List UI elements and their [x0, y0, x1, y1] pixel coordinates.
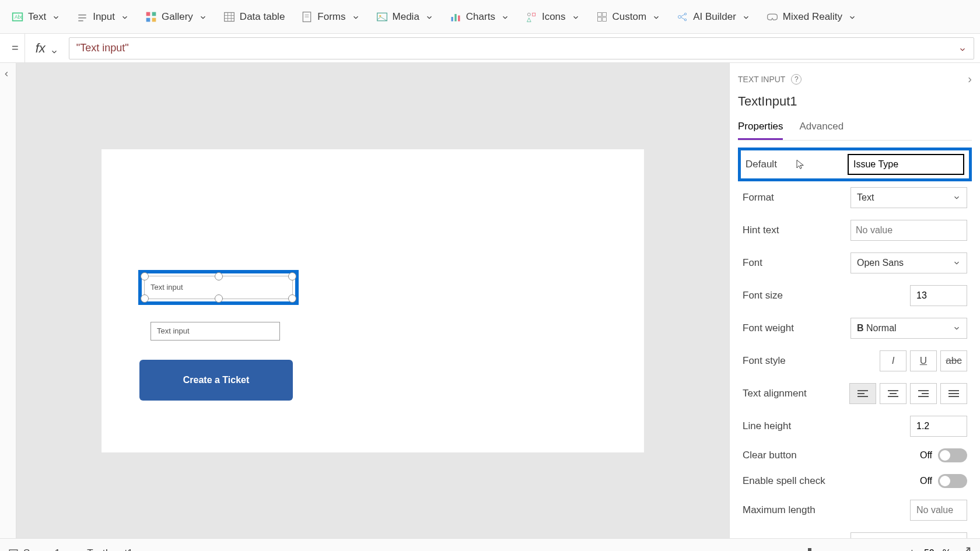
prop-spellcheck: Enable spell check Off	[738, 468, 972, 494]
textinput1-inner[interactable]: Text input	[144, 276, 293, 299]
fontstyle-group: I U abc	[880, 350, 967, 371]
toolbar-custom[interactable]: Custom	[590, 8, 667, 26]
prop-hint-label: Hint text	[743, 224, 779, 236]
prop-fontstyle: Font style I U abc	[738, 345, 972, 377]
align-right-button[interactable]	[910, 383, 937, 404]
svg-point-30	[684, 13, 686, 15]
collapse-panel-icon[interactable]: ›	[968, 72, 972, 86]
fullscreen-icon[interactable]	[959, 546, 972, 552]
prop-mode-value: Single line	[857, 538, 900, 538]
svg-rect-23	[533, 13, 536, 16]
svg-point-29	[678, 15, 681, 18]
prop-fontweight-label: Font weight	[743, 322, 794, 334]
svg-rect-19	[451, 17, 453, 22]
prop-fontsize: Font size	[738, 279, 972, 312]
help-icon[interactable]: ?	[791, 74, 802, 85]
prop-format-select[interactable]: Text	[850, 187, 967, 208]
resize-handle[interactable]	[141, 294, 149, 303]
textinput2-text: Text input	[157, 327, 190, 335]
prop-maxlen-input[interactable]	[910, 500, 967, 521]
toolbar-media[interactable]: Media	[370, 8, 439, 26]
toolbar-charts[interactable]: Charts	[444, 8, 515, 26]
prop-maxlen: Maximum length	[738, 494, 972, 527]
toolbar-forms[interactable]: Forms	[295, 8, 365, 26]
create-ticket-label: Create a Ticket	[183, 375, 250, 385]
toolbar-aibuilder-label: AI Builder	[693, 11, 736, 23]
prop-format: Format Text	[738, 181, 972, 214]
chevron-down-icon	[848, 13, 856, 21]
create-ticket-button[interactable]: Create a Ticket	[139, 360, 293, 401]
breadcrumb-screen[interactable]: Screen1	[8, 548, 60, 552]
prop-clearbutton-label: Clear button	[743, 450, 797, 461]
left-panel-collapsed[interactable]	[0, 63, 16, 538]
zoom-controls: − + 50 %	[756, 546, 972, 552]
breadcrumb-control[interactable]: TextInput1	[72, 548, 132, 552]
prop-lineheight-input[interactable]	[910, 416, 967, 437]
textinput-icon	[72, 548, 82, 552]
toolbar-aibuilder[interactable]: AI Builder	[671, 8, 756, 26]
insert-toolbar: Abc Text Input Gallery Data table Forms …	[0, 0, 980, 34]
textinput2[interactable]: Text input	[150, 322, 280, 341]
prop-default-highlighted: Default	[738, 148, 972, 181]
svg-rect-9	[225, 12, 235, 21]
canvas-area[interactable]: Text input Text input Create a Ticket	[16, 63, 729, 538]
gallery-icon	[145, 11, 157, 23]
prop-font-select[interactable]: Open Sans	[850, 252, 967, 273]
strike-button[interactable]: abc	[940, 350, 967, 371]
toolbar-media-label: Media	[393, 11, 419, 23]
resize-handle[interactable]	[288, 294, 296, 303]
toolbar-charts-label: Charts	[466, 11, 495, 23]
toolbar-mixedreality[interactable]: Mixed Reality	[761, 8, 862, 26]
spellcheck-toggle[interactable]	[938, 474, 967, 488]
clearbutton-toggle[interactable]	[938, 448, 967, 462]
tab-properties[interactable]: Properties	[738, 121, 783, 140]
tab-advanced[interactable]: Advanced	[799, 121, 844, 140]
prop-lineheight: Line height	[738, 410, 972, 443]
fx-label[interactable]: fx	[31, 41, 63, 56]
formula-bar: = fx "Text input"	[0, 34, 980, 63]
status-bar: Screen1 TextInput1 − + 50 %	[0, 538, 980, 551]
prop-default-input[interactable]	[848, 154, 964, 175]
zoom-in-button[interactable]: +	[908, 546, 916, 552]
italic-button[interactable]: I	[880, 350, 907, 371]
resize-handle[interactable]	[215, 294, 223, 303]
prop-fontweight-select[interactable]: B Normal	[850, 318, 967, 339]
custom-icon	[596, 11, 608, 23]
svg-rect-25	[597, 12, 601, 16]
resize-handle[interactable]	[288, 272, 296, 280]
prop-textalign-label: Text alignment	[743, 388, 807, 399]
prop-hint-input[interactable]	[850, 220, 967, 241]
toolbar-datatable-label: Data table	[240, 11, 285, 23]
toolbar-input[interactable]: Input	[71, 8, 135, 26]
prop-mode-select[interactable]: Single line	[850, 532, 967, 538]
toolbar-datatable[interactable]: Data table	[218, 8, 291, 26]
prop-maxlen-label: Maximum length	[743, 504, 816, 516]
app-canvas[interactable]: Text input Text input Create a Ticket	[102, 149, 644, 452]
toolbar-icons[interactable]: Icons	[520, 8, 586, 26]
panel-tabs: Properties Advanced	[738, 121, 972, 141]
chevron-down-icon	[652, 13, 660, 21]
zoom-out-button[interactable]: −	[756, 546, 764, 552]
svg-rect-20	[454, 14, 456, 22]
toolbar-gallery[interactable]: Gallery	[139, 8, 213, 26]
textalign-group	[849, 383, 967, 404]
align-left-button[interactable]	[849, 383, 876, 404]
panel-header: TEXT INPUT ? ›	[738, 72, 972, 86]
align-justify-button[interactable]	[940, 383, 967, 404]
align-center-button[interactable]	[880, 383, 907, 404]
chevron-down-icon	[742, 13, 750, 21]
toolbar-text[interactable]: Abc Text	[6, 8, 66, 26]
zoom-thumb[interactable]	[808, 548, 811, 552]
prop-format-label: Format	[743, 192, 774, 203]
resize-handle[interactable]	[215, 272, 223, 280]
formula-input[interactable]: "Text input"	[69, 37, 974, 59]
resize-handle[interactable]	[141, 272, 149, 280]
prop-fontsize-input[interactable]	[910, 285, 967, 306]
underline-button[interactable]: U	[910, 350, 937, 371]
selected-textinput1[interactable]: Text input	[138, 270, 299, 305]
svg-rect-8	[152, 17, 156, 22]
chevron-down-icon	[52, 13, 60, 21]
toolbar-gallery-label: Gallery	[162, 11, 193, 23]
chevron-down-icon	[953, 324, 961, 332]
charts-icon	[450, 11, 461, 23]
